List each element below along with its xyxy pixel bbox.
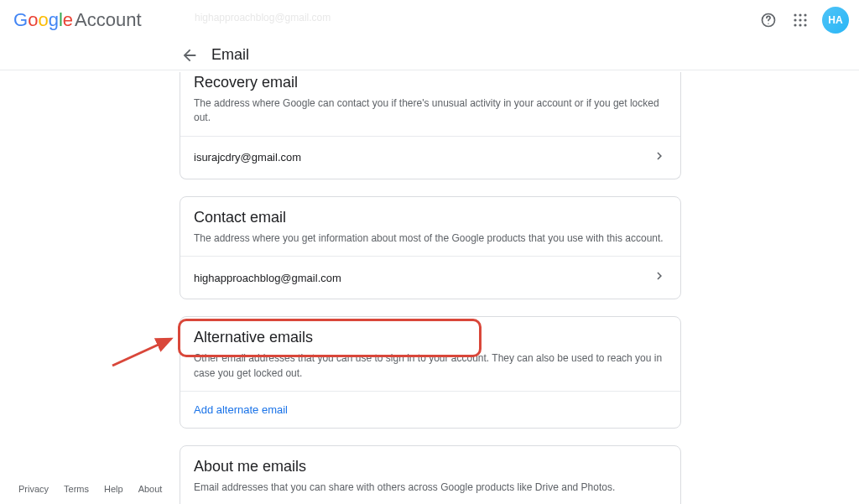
svg-point-6 xyxy=(799,18,801,21)
recovery-desc: The address where Google can contact you… xyxy=(194,96,667,126)
contact-email-card: Contact email The address where you get … xyxy=(180,196,681,299)
about-me-emails-card: About me emails Email addresses that you… xyxy=(180,445,681,504)
recovery-email-value: isurajcdry@gmail.com xyxy=(194,151,301,164)
svg-point-10 xyxy=(804,23,806,26)
svg-point-8 xyxy=(794,23,796,26)
footer-help-link[interactable]: Help xyxy=(104,484,123,494)
chevron-right-icon xyxy=(652,148,667,167)
recovery-email-row[interactable]: isurajcdry@gmail.com xyxy=(180,136,680,179)
top-bar: Google Account highapproachblog@gmail.co… xyxy=(0,0,859,40)
chevron-right-icon xyxy=(652,268,667,287)
google-account-logo[interactable]: Google Account xyxy=(13,9,142,31)
help-icon[interactable] xyxy=(758,10,778,30)
contact-email-value: highapproachblog@gmail.com xyxy=(194,272,341,284)
alternative-emails-card: Alternative emails Other email addresses… xyxy=(180,316,681,429)
footer-privacy-link[interactable]: Privacy xyxy=(18,484,49,494)
sub-header: Email xyxy=(0,40,859,70)
svg-point-9 xyxy=(799,23,801,26)
footer-terms-link[interactable]: Terms xyxy=(64,484,89,494)
contact-desc: The address where you get information ab… xyxy=(194,231,667,246)
contact-email-row[interactable]: highapproachblog@gmail.com xyxy=(180,256,680,299)
svg-point-7 xyxy=(804,18,806,21)
back-arrow-icon[interactable] xyxy=(180,45,200,65)
faded-account-email: highapproachblog@gmail.com xyxy=(195,12,331,23)
svg-point-3 xyxy=(799,13,801,16)
page-title: Email xyxy=(211,46,249,64)
footer-about-link[interactable]: About xyxy=(138,484,163,494)
profile-avatar[interactable]: HA xyxy=(822,7,849,34)
alternative-desc: Other email addresses that you can use t… xyxy=(194,351,667,381)
about-title: About me emails xyxy=(194,458,667,475)
alternative-title: Alternative emails xyxy=(194,329,667,346)
svg-point-5 xyxy=(794,18,796,21)
svg-point-4 xyxy=(804,13,806,16)
contact-title: Contact email xyxy=(194,209,667,226)
add-alternate-email-link[interactable]: Add alternate email xyxy=(180,391,680,428)
svg-point-1 xyxy=(768,23,768,24)
recovery-email-card: Recovery email The address where Google … xyxy=(180,72,681,179)
svg-point-2 xyxy=(794,13,796,16)
about-desc: Email addresses that you can share with … xyxy=(194,481,667,495)
apps-grid-icon[interactable] xyxy=(790,10,810,30)
avatar-initials: HA xyxy=(828,14,842,26)
top-right-actions: HA xyxy=(758,7,849,34)
footer-links: Privacy Terms Help About xyxy=(18,484,162,494)
logo-product-text: Account xyxy=(75,9,142,31)
main-content: Recovery email The address where Google … xyxy=(0,70,859,504)
recovery-title: Recovery email xyxy=(194,74,667,91)
